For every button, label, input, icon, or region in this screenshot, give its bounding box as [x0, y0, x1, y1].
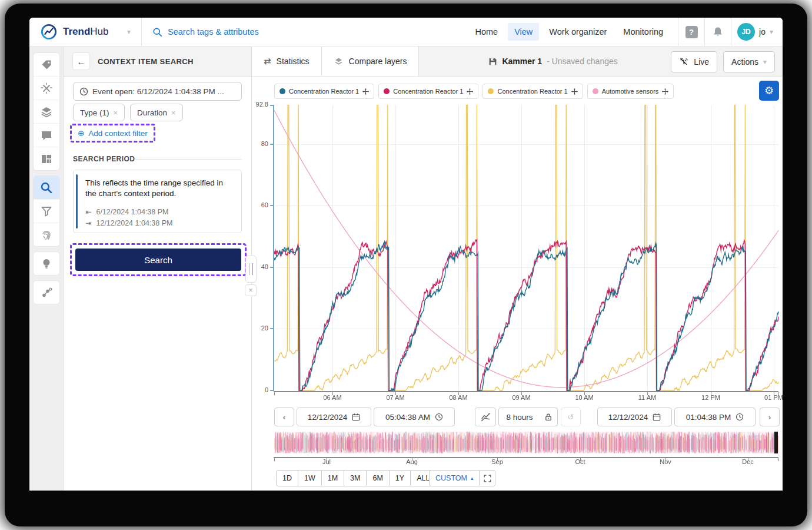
tag-icon — [41, 59, 52, 71]
duration-field[interactable]: 8 hours — [498, 408, 541, 426]
pan-right-button[interactable]: › — [760, 408, 780, 426]
tab-statistics[interactable]: ⇄ Statistics — [252, 47, 322, 76]
fingerprint-button[interactable] — [34, 223, 59, 246]
add-context-filter-button[interactable]: ⊕ Add context filter — [70, 124, 155, 143]
nav-work-organizer[interactable]: Work organizer — [543, 23, 613, 41]
comment-icon — [41, 130, 52, 141]
remove-duration-filter-icon[interactable]: × — [171, 108, 176, 117]
zoom-1w-button[interactable]: 1W — [298, 470, 322, 486]
move-icon[interactable] — [571, 88, 578, 95]
user-menu[interactable]: JD jo ▾ — [731, 23, 783, 41]
remove-type-filter-icon[interactable]: × — [114, 108, 118, 117]
notifications-button[interactable] — [705, 26, 731, 38]
x-tick-label: 01 PM — [760, 394, 788, 401]
reset-time-button[interactable]: ↺ — [561, 408, 581, 426]
custom-zoom-button[interactable]: CUSTOM ▴ — [429, 470, 480, 486]
panel-title: CONTEXT ITEM SEARCH — [98, 57, 194, 66]
calendar-icon — [352, 413, 360, 421]
type-filter-label: Type (1) — [80, 108, 109, 117]
zoom-1m-button[interactable]: 1M — [321, 470, 344, 486]
nav-view[interactable]: View — [508, 23, 539, 41]
legend-chip-reactor-crimson[interactable]: Concentration Reactor 1 — [378, 84, 478, 99]
filter-button[interactable] — [34, 199, 59, 223]
chart-settings-button[interactable]: ⚙ — [759, 81, 779, 101]
app-window: TrendHub ▾ Search tags & attributes Home… — [29, 18, 783, 491]
trend-chart-canvas[interactable] — [269, 105, 781, 399]
dashboard-button[interactable] — [34, 147, 59, 170]
zoom-1d-button[interactable]: 1D — [276, 470, 298, 486]
relations-button[interactable] — [34, 281, 59, 304]
zoom-3m-button[interactable]: 3M — [344, 470, 367, 486]
clock-icon — [736, 413, 744, 421]
move-icon[interactable] — [467, 88, 473, 95]
save-icon — [488, 57, 497, 66]
tab-compare-layers[interactable]: Compare layers — [322, 47, 420, 76]
month-label: Aug — [402, 458, 421, 465]
global-search-input[interactable]: Search tags & attributes — [142, 27, 468, 37]
start-time-field[interactable]: 05:04:38 AM — [374, 408, 455, 426]
x-tick-label: 10 AM — [570, 394, 598, 401]
end-time-field[interactable]: 01:04:38 PM — [674, 408, 756, 426]
nav-monitoring[interactable]: Monitoring — [617, 23, 670, 41]
rail-group-search — [33, 175, 60, 247]
live-button[interactable]: Live — [671, 51, 717, 72]
brand-dropdown-icon[interactable]: ▾ — [127, 28, 131, 36]
topbar: TrendHub ▾ Search tags & attributes Home… — [29, 18, 783, 47]
y-tick-label: 60 — [253, 201, 268, 208]
panel-collapse-button[interactable]: × — [245, 284, 257, 296]
back-button[interactable]: ← — [72, 52, 90, 70]
chevron-up-icon: ▴ — [471, 475, 474, 481]
bell-icon — [712, 26, 724, 38]
type-filter-chip[interactable]: Type (1) × — [73, 104, 125, 121]
swap-arrows-icon: ⇄ — [264, 56, 271, 67]
compare-signals-button[interactable] — [475, 408, 496, 426]
layers-icon — [41, 106, 52, 118]
tabstrip-actions: Live Actions ▾ — [671, 51, 775, 72]
end-date-field[interactable]: 12/12/2024 — [597, 408, 672, 426]
month-label: Dec — [738, 458, 757, 465]
insights-button[interactable] — [34, 252, 59, 275]
x-tick-label: 08 AM — [444, 394, 472, 401]
nav-home[interactable]: Home — [468, 23, 504, 41]
duration-filter-chip[interactable]: Duration × — [130, 104, 183, 121]
legend-chip-reactor-blue[interactable]: Concentration Reactor 1 — [274, 84, 374, 99]
context-search-button[interactable] — [34, 176, 59, 199]
expand-timeline-button[interactable] — [480, 470, 495, 486]
brand-name: TrendHub — [63, 26, 108, 38]
signals-icon — [481, 412, 491, 422]
pan-left-button[interactable]: ‹ — [274, 408, 294, 426]
legend-chip-reactor-yellow[interactable]: Concentration Reactor 1 — [482, 84, 583, 99]
search-button[interactable]: Search — [75, 249, 241, 271]
legend-chip-automotive[interactable]: Automotive sensors — [587, 84, 674, 99]
x-tick-label: 07 AM — [381, 394, 410, 401]
custom-zoom-label: CUSTOM — [435, 474, 467, 482]
panel-header: ← CONTEXT ITEM SEARCH — [64, 47, 251, 77]
clock-icon — [79, 87, 88, 96]
lock-duration-button[interactable] — [540, 408, 558, 426]
comments-button[interactable] — [34, 123, 59, 147]
y-tick-label: 0 — [253, 386, 268, 393]
move-icon[interactable] — [362, 88, 369, 95]
period-start-row: ⇤ 6/12/2024 1:04:38 PM — [85, 207, 169, 216]
start-date-field[interactable]: 12/12/2024 — [297, 408, 371, 426]
panel-resize-handle[interactable] — [245, 256, 257, 283]
timeline-minimap[interactable] — [269, 432, 781, 461]
dashboard-icon — [41, 153, 52, 165]
zoom-1y-button[interactable]: 1Y — [389, 470, 411, 486]
move-icon[interactable] — [662, 88, 668, 95]
formulas-button[interactable] — [34, 76, 59, 100]
tags-button[interactable] — [34, 53, 59, 76]
zoom-6m-button[interactable]: 6M — [366, 470, 389, 486]
chart-area: Concentration Reactor 1 Concentration Re… — [252, 77, 783, 491]
main-nav: Home View Work organizer Monitoring — [468, 23, 670, 41]
layers-button[interactable] — [34, 100, 59, 123]
help-button[interactable]: ? — [678, 26, 704, 38]
event-open-filter-chip[interactable]: Event open: 6/12/2024 1:04:38 PM ... — [73, 82, 242, 101]
actions-button[interactable]: Actions ▾ — [723, 51, 775, 72]
expand-icon — [484, 475, 491, 482]
custom-zoom-group: CUSTOM ▴ — [429, 470, 495, 486]
app-logo[interactable]: TrendHub — [29, 23, 127, 41]
search-placeholder: Search tags & attributes — [168, 27, 259, 37]
x-tick-label: 06 AM — [318, 394, 347, 401]
fingerprint-icon — [41, 229, 52, 241]
